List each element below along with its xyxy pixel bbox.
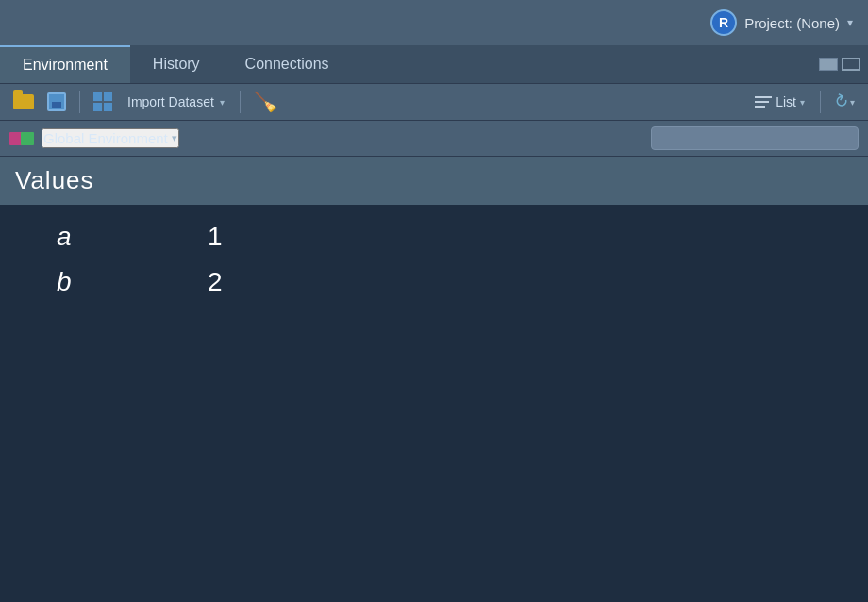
open-folder-icon	[13, 94, 34, 109]
toolbar: Import Dataset ▾ 🧹 List ▾ ↻ ▾	[0, 84, 868, 121]
tab-spacer	[352, 45, 819, 83]
environment-panel: Environment History Connections Import D…	[0, 45, 868, 602]
list-view-button[interactable]: List ▾	[749, 92, 810, 111]
project-label: Project: (None)	[744, 15, 840, 31]
environment-row: Global Environment ▾ 🔍	[0, 121, 868, 157]
toolbar-divider-3	[820, 91, 821, 113]
project-badge[interactable]: R Project: (None) ▾	[710, 9, 853, 36]
tab-environment[interactable]: Environment	[0, 45, 130, 83]
env-icon-green	[21, 132, 34, 145]
environment-chevron-icon: ▾	[172, 132, 177, 144]
table-row: a 1	[0, 214, 868, 259]
search-input[interactable]	[678, 131, 848, 145]
grid-icon	[93, 92, 112, 111]
import-dataset-button[interactable]: Import Dataset ▾	[122, 92, 230, 111]
global-environment-button[interactable]: Global Environment ▾	[42, 128, 179, 148]
top-bar: R Project: (None) ▾	[0, 0, 868, 45]
list-icon	[755, 96, 772, 108]
r-logo-icon: R	[710, 9, 737, 36]
variable-value-b: 2	[189, 267, 223, 297]
table-row: b 2	[0, 259, 868, 305]
refresh-icon: ↻	[830, 90, 853, 115]
search-wrapper: 🔍	[651, 126, 859, 150]
clear-button[interactable]: 🧹	[250, 89, 281, 115]
minimize-icon[interactable]	[819, 58, 838, 71]
values-header: Values	[0, 157, 868, 205]
toolbar-divider	[79, 91, 80, 113]
list-label: List	[776, 94, 796, 109]
list-chevron-icon: ▾	[800, 97, 805, 108]
data-area: a 1 b 2	[0, 205, 868, 602]
import-chevron-icon: ▾	[220, 97, 225, 108]
broom-icon: 🧹	[254, 91, 277, 113]
save-icon	[47, 92, 66, 111]
variable-name-b: b	[0, 267, 189, 297]
tab-history[interactable]: History	[130, 45, 223, 83]
variable-name-a: a	[0, 222, 189, 252]
toolbar-divider-2	[240, 91, 241, 113]
tab-connections[interactable]: Connections	[223, 45, 352, 83]
values-title: Values	[15, 166, 94, 194]
search-box	[651, 126, 859, 150]
variable-value-a: 1	[189, 222, 223, 252]
environment-label: Global Environment	[43, 130, 168, 146]
refresh-button[interactable]: ↻ ▾	[830, 90, 859, 114]
project-chevron-icon: ▾	[847, 16, 853, 29]
env-icon-pair	[9, 132, 34, 145]
grid-view-button[interactable]	[90, 91, 116, 113]
tabs-row: Environment History Connections	[0, 45, 868, 84]
open-folder-button[interactable]	[9, 92, 38, 111]
save-button[interactable]	[43, 91, 70, 113]
tab-window-controls	[819, 45, 868, 83]
import-label: Import Dataset	[127, 94, 214, 109]
maximize-icon[interactable]	[842, 58, 860, 71]
